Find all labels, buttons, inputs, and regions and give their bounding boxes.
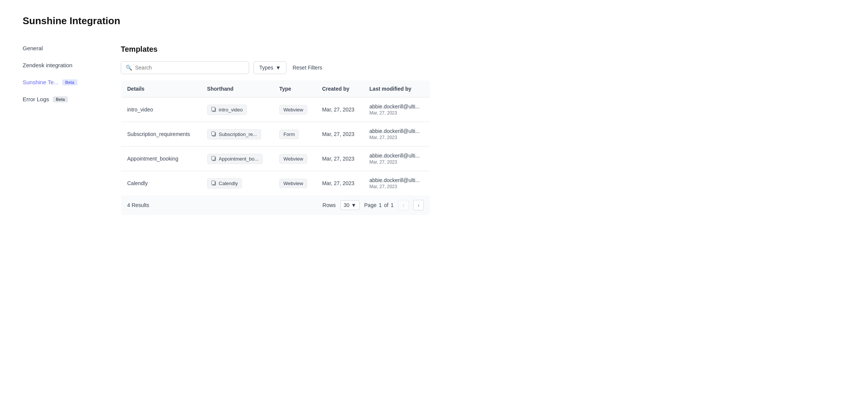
sidebar-item-label-general: General (23, 45, 43, 51)
shorthand-label-3: Calendly (219, 181, 238, 186)
col-type: Type (273, 80, 316, 97)
type-badge-2: Webview (279, 154, 308, 164)
table-footer-row: 4 Results Rows 30 ▼ Page 1 (121, 195, 430, 215)
chevron-down-icon: ▼ (275, 65, 281, 71)
col-details: Details (121, 80, 201, 97)
last-modified-date-0: Mar, 27, 2023 (369, 110, 424, 116)
cell-details-0: intro_video (121, 97, 201, 122)
col-shorthand: Shorthand (201, 80, 273, 97)
shorthand-chip-2[interactable]: Appointment_bo... (207, 154, 263, 164)
shorthand-label-1: Subscription_re... (219, 131, 257, 137)
types-button-label: Types (259, 65, 273, 71)
page-of-label: of (384, 202, 389, 208)
cell-type-1: Form (273, 122, 316, 147)
cell-shorthand-0: intro_video (201, 97, 273, 122)
sidebar-item-label-zendesk: Zendesk integration (23, 62, 72, 68)
sidebar-item-label-error-logs: Error Logs (23, 96, 49, 102)
cell-created-1: Mar, 27, 2023 (316, 122, 363, 147)
cell-last-modified-1: abbie.dockerill@ulti...Mar, 27, 2023 (363, 122, 430, 147)
cell-last-modified-0: abbie.dockerill@ulti...Mar, 27, 2023 (363, 97, 430, 122)
last-modified-email-1: abbie.dockerill@ulti... (369, 128, 424, 134)
next-page-button[interactable]: › (413, 200, 424, 210)
cell-created-2: Mar, 27, 2023 (316, 147, 363, 171)
shorthand-chip-0[interactable]: intro_video (207, 105, 247, 115)
copy-icon (211, 156, 217, 161)
cell-shorthand-2: Appointment_bo... (201, 147, 273, 171)
last-modified-email-2: abbie.dockerill@ulti... (369, 153, 424, 159)
rows-select[interactable]: 30 ▼ (340, 200, 360, 210)
table-row: intro_videointro_videoWebviewMar, 27, 20… (121, 97, 430, 122)
cell-type-3: Webview (273, 171, 316, 196)
last-modified-date-3: Mar, 27, 2023 (369, 184, 424, 189)
table-header-row: Details Shorthand Type Created by Last m… (121, 80, 430, 97)
sidebar: General Zendesk integration Sunshine Te.… (23, 45, 98, 215)
shorthand-label-2: Appointment_bo... (219, 156, 259, 162)
page-title: Sunshine Integration (23, 15, 430, 27)
rows-chevron-icon: ▼ (351, 202, 356, 208)
cell-created-0: Mar, 27, 2023 (316, 97, 363, 122)
cell-last-modified-3: abbie.dockerill@ulti...Mar, 27, 2023 (363, 171, 430, 196)
copy-icon (211, 107, 217, 112)
shorthand-chip-1[interactable]: Subscription_re... (207, 129, 261, 139)
last-modified-email-0: abbie.dockerill@ulti... (369, 104, 424, 110)
types-button[interactable]: Types ▼ (254, 61, 286, 74)
toolbar: 🔍 Types ▼ Reset Filters (121, 61, 430, 74)
sidebar-item-sunshine[interactable]: Sunshine Te... Beta (23, 79, 98, 85)
cell-last-modified-2: abbie.dockerill@ulti...Mar, 27, 2023 (363, 147, 430, 171)
shorthand-label-0: intro_video (219, 107, 243, 113)
page-label: Page (364, 202, 377, 208)
main-content: Templates 🔍 Types ▼ Reset Filters Detail… (121, 45, 430, 215)
shorthand-chip-3[interactable]: Calendly (207, 178, 242, 189)
last-modified-email-3: abbie.dockerill@ulti... (369, 177, 424, 183)
page-total: 1 (391, 202, 394, 208)
cell-shorthand-3: Calendly (201, 171, 273, 196)
reset-filters-button[interactable]: Reset Filters (291, 62, 324, 74)
search-box[interactable]: 🔍 (121, 61, 249, 74)
type-badge-1: Form (279, 130, 299, 139)
cell-details-1: Subscription_requirements (121, 122, 201, 147)
copy-icon (211, 131, 217, 137)
prev-page-button[interactable]: ‹ (398, 200, 409, 210)
sidebar-item-general[interactable]: General (23, 45, 98, 51)
sidebar-item-error-logs[interactable]: Error Logs Beta (23, 96, 98, 102)
results-count: 4 Results (127, 202, 149, 208)
table-row: Appointment_bookingAppointment_bo...Webv… (121, 147, 430, 171)
cell-details-3: Calendly (121, 171, 201, 196)
last-modified-date-2: Mar, 27, 2023 (369, 159, 424, 165)
cell-created-3: Mar, 27, 2023 (316, 171, 363, 196)
table-row: Subscription_requirementsSubscription_re… (121, 122, 430, 147)
page-current: 1 (379, 202, 382, 208)
page-info: Page 1 of 1 (364, 202, 394, 208)
footer-content: 4 Results Rows 30 ▼ Page 1 (127, 200, 424, 210)
sidebar-item-zendesk[interactable]: Zendesk integration (23, 62, 98, 68)
error-logs-badge: Beta (53, 96, 68, 102)
type-badge-3: Webview (279, 179, 308, 188)
sidebar-item-label-sunshine: Sunshine Te... (23, 79, 58, 85)
search-input[interactable] (135, 65, 244, 71)
section-title: Templates (121, 45, 430, 54)
templates-table: Details Shorthand Type Created by Last m… (121, 80, 430, 215)
cell-details-2: Appointment_booking (121, 147, 201, 171)
rows-label: Rows (323, 202, 336, 208)
copy-icon (211, 181, 217, 186)
col-created-by: Created by (316, 80, 363, 97)
last-modified-date-1: Mar, 27, 2023 (369, 135, 424, 140)
col-last-modified: Last modified by (363, 80, 430, 97)
cell-type-0: Webview (273, 97, 316, 122)
rows-value: 30 (344, 202, 350, 208)
search-icon: 🔍 (126, 65, 132, 71)
pagination: Rows 30 ▼ Page 1 of 1 (323, 200, 424, 210)
table-row: CalendlyCalendlyWebviewMar, 27, 2023abbi… (121, 171, 430, 196)
cell-shorthand-1: Subscription_re... (201, 122, 273, 147)
sunshine-badge: Beta (62, 79, 77, 85)
type-badge-0: Webview (279, 105, 308, 114)
cell-type-2: Webview (273, 147, 316, 171)
